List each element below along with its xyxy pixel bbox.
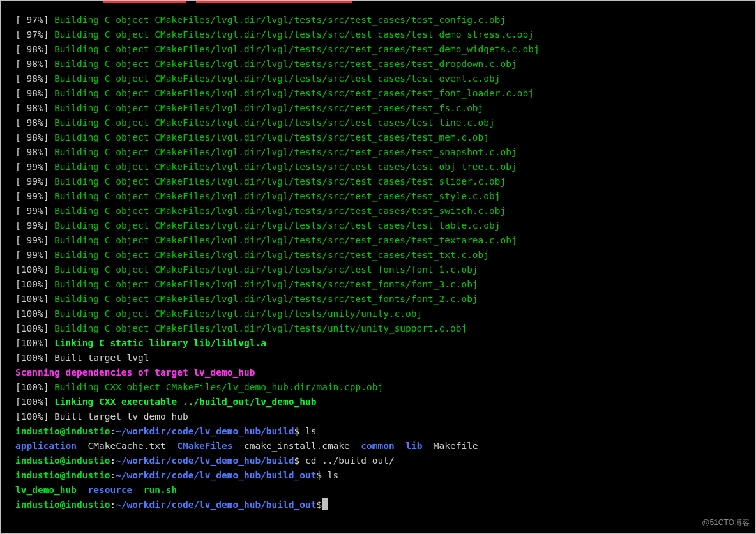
progress-bracket: [: [15, 162, 21, 172]
progress-bracket: ]: [43, 73, 54, 84]
progress-bracket: [: [15, 397, 21, 407]
output-line: [100%] Building C object CMakeFiles/lvgl…: [15, 263, 752, 277]
command-text: cd ../build_out/: [299, 455, 394, 466]
output-line: [100%] Building C object CMakeFiles/lvgl…: [15, 321, 752, 336]
progress-bracket: ]: [43, 323, 54, 333]
dir-entry: common: [361, 441, 394, 451]
file-entry: cmake_install.cmake: [244, 441, 350, 451]
progress-bracket: [: [15, 191, 21, 201]
done-text: Built target lv_demo_hub: [54, 411, 188, 422]
exec-entry: run.sh: [144, 485, 177, 495]
progress-pct: 100%: [21, 279, 43, 289]
progress-pct: 100%: [21, 382, 43, 392]
prompt-sep: :: [110, 470, 116, 480]
prompt-line[interactable]: industio@industio:~/workdir/code/lv_demo…: [15, 498, 752, 512]
prompt-sep: :: [110, 426, 116, 436]
output-line: [100%] Building C object CMakeFiles/lvgl…: [15, 307, 752, 321]
build-text: Building C object CMakeFiles/lvgl.dir/lv…: [54, 191, 500, 201]
build-text: Building C object CMakeFiles/lvgl.dir/lv…: [54, 279, 478, 289]
progress-bracket: [: [15, 176, 21, 187]
build-text: Building C object CMakeFiles/lvgl.dir/lv…: [54, 323, 467, 333]
done-text: Built target lvgl: [54, 353, 149, 363]
output-line: [ 98%] Building C object CMakeFiles/lvgl…: [15, 101, 752, 116]
terminal-area[interactable]: [ 97%] Building C object CMakeFiles/lvgl…: [15, 13, 752, 512]
tab-strip: [1, 1, 755, 4]
build-text: Building C object CMakeFiles/lvgl.dir/lv…: [54, 88, 534, 98]
progress-pct: 100%: [21, 323, 43, 333]
progress-pct: 98%: [21, 88, 43, 98]
output-line: [ 98%] Building C object CMakeFiles/lvgl…: [15, 86, 752, 101]
output-line: [100%] Building C object CMakeFiles/lvgl…: [15, 277, 752, 292]
progress-bracket: [: [15, 279, 21, 289]
prompt-line[interactable]: industio@industio:~/workdir/code/lv_demo…: [15, 468, 752, 483]
progress-pct: 98%: [21, 147, 43, 157]
build-text: Building C object CMakeFiles/lvgl.dir/lv…: [54, 206, 506, 216]
output-line: [ 99%] Building C object CMakeFiles/lvgl…: [15, 218, 752, 233]
progress-bracket: ]: [43, 382, 54, 392]
progress-pct: 99%: [21, 206, 43, 216]
progress-bracket: ]: [43, 162, 54, 172]
progress-pct: 100%: [21, 294, 43, 304]
prompt-path: ~/workdir/code/lv_demo_hub/build: [116, 426, 294, 436]
prompt-user: industio@industio: [15, 500, 110, 510]
progress-bracket: [: [15, 15, 21, 25]
progress-pct: 97%: [21, 15, 43, 25]
prompt-path: ~/workdir/code/lv_demo_hub/build_out: [116, 470, 316, 480]
progress-bracket: ]: [43, 191, 54, 201]
output-line: [ 99%] Building C object CMakeFiles/lvgl…: [15, 233, 752, 248]
progress-bracket: [: [15, 264, 21, 275]
tab-indicator-1[interactable]: [103, 1, 186, 3]
progress-bracket: ]: [43, 44, 54, 54]
progress-bracket: ]: [43, 353, 54, 363]
progress-pct: 99%: [21, 162, 43, 172]
build-text: Building C object CMakeFiles/lvgl.dir/lv…: [54, 235, 517, 245]
prompt-line[interactable]: industio@industio:~/workdir/code/lv_demo…: [15, 454, 752, 468]
progress-bracket: [: [15, 118, 21, 128]
prompt-dollar: $: [294, 455, 300, 466]
build-text: Building C object CMakeFiles/lvgl.dir/lv…: [54, 264, 478, 275]
progress-bracket: ]: [43, 264, 54, 275]
build-text: Building C object CMakeFiles/lvgl.dir/lv…: [54, 103, 483, 113]
command-text: ls: [322, 470, 338, 480]
progress-pct: 100%: [21, 397, 43, 407]
progress-bracket: ]: [43, 118, 54, 128]
progress-pct: 99%: [21, 220, 43, 231]
prompt-dollar: $: [316, 470, 322, 480]
progress-bracket: [: [15, 73, 21, 84]
terminal-window: { "lines": [ { "pct": " 97%", "kind": "b…: [0, 0, 756, 534]
progress-bracket: [: [15, 309, 21, 319]
prompt-line[interactable]: industio@industio:~/workdir/code/lv_demo…: [15, 424, 752, 439]
progress-pct: 100%: [21, 309, 43, 319]
build-text: Building C object CMakeFiles/lvgl.dir/lv…: [54, 132, 489, 142]
progress-pct: 97%: [21, 29, 43, 40]
build-text: Building C object CMakeFiles/lvgl.dir/lv…: [54, 162, 517, 172]
progress-pct: 98%: [21, 118, 43, 128]
prompt-path: ~/workdir/code/lv_demo_hub/build_out: [116, 500, 316, 510]
prompt-dollar: $: [294, 426, 300, 436]
output-line: [ 99%] Building C object CMakeFiles/lvgl…: [15, 204, 752, 218]
output-line: [ 98%] Building C object CMakeFiles/lvgl…: [15, 42, 752, 57]
progress-bracket: [: [15, 382, 21, 392]
progress-bracket: [: [15, 206, 21, 216]
scan-line: Scanning dependencies of target lv_demo_…: [15, 365, 752, 380]
progress-pct: 98%: [21, 132, 43, 142]
progress-pct: 99%: [21, 191, 43, 201]
output-line: [ 97%] Building C object CMakeFiles/lvgl…: [15, 27, 752, 42]
tab-indicator-2[interactable]: [196, 1, 352, 3]
dir-entry: CMakeFiles: [177, 441, 232, 451]
progress-bracket: ]: [43, 206, 54, 216]
command-text: ls: [299, 426, 316, 436]
progress-bracket: [: [15, 323, 21, 333]
progress-bracket: ]: [43, 250, 54, 260]
output-line: [ 99%] Building C object CMakeFiles/lvgl…: [15, 248, 752, 263]
prompt-user: industio@industio: [15, 455, 110, 466]
progress-bracket: ]: [43, 132, 54, 142]
output-line: [100%] Built target lvgl: [15, 351, 752, 365]
output-line: [ 98%] Building C object CMakeFiles/lvgl…: [15, 130, 752, 145]
progress-pct: 100%: [21, 264, 43, 275]
dir-entry: resource: [88, 485, 133, 495]
progress-bracket: ]: [43, 59, 54, 69]
prompt-user: industio@industio: [15, 426, 110, 436]
output-line: [ 99%] Building C object CMakeFiles/lvgl…: [15, 160, 752, 174]
prompt-sep: :: [110, 500, 116, 510]
